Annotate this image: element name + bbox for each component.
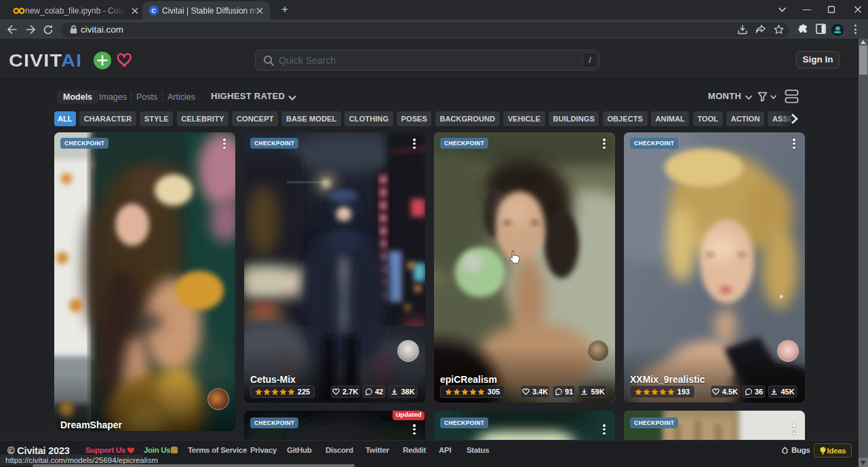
svg-text:C: C [151,7,156,14]
